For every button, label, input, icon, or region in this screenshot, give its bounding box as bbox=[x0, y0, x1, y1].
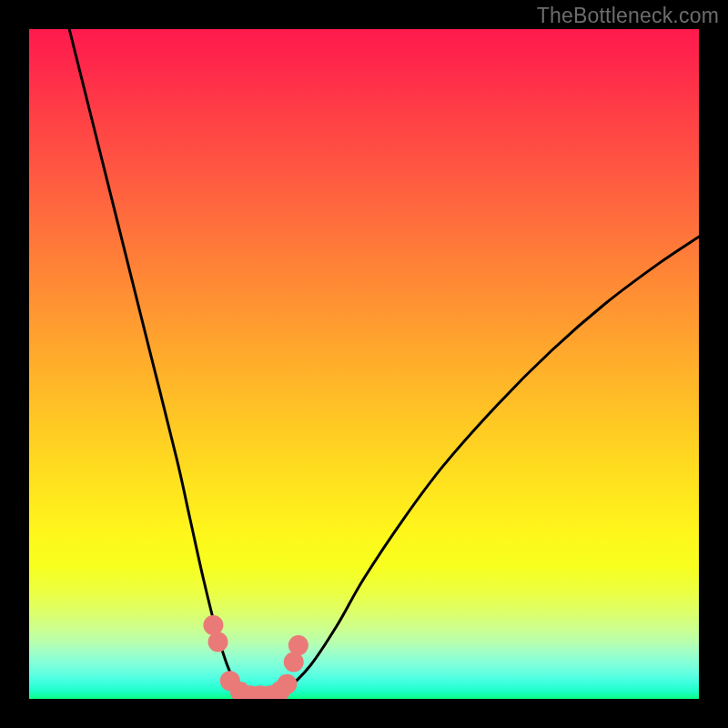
marker-dot bbox=[288, 635, 308, 655]
bottleneck-curve bbox=[29, 29, 699, 699]
marker-dot bbox=[208, 632, 228, 652]
curve-line bbox=[69, 29, 699, 699]
marker-dot bbox=[277, 674, 297, 694]
chart-frame: TheBottleneck.com bbox=[0, 0, 728, 728]
watermark-text: TheBottleneck.com bbox=[537, 4, 719, 28]
plot-area bbox=[29, 29, 699, 699]
